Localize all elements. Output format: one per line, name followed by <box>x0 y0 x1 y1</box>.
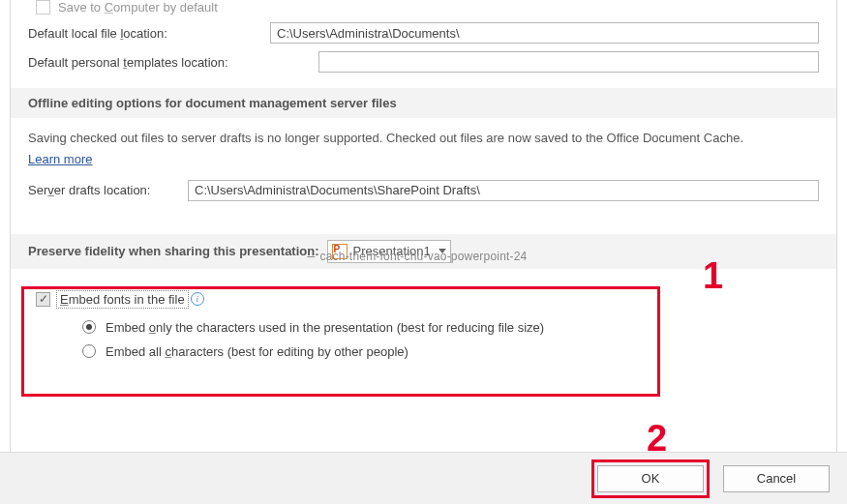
server-drafts-input[interactable] <box>188 180 819 201</box>
ok-button[interactable]: OK <box>597 465 704 492</box>
default-local-input[interactable] <box>270 22 819 44</box>
info-icon[interactable]: i <box>191 292 204 306</box>
server-drafts-label: Server drafts location: <box>28 183 188 197</box>
embed-all-row: Embed all characters (best for editing b… <box>82 344 819 359</box>
powerpoint-file-icon <box>332 244 348 259</box>
embed-fonts-label: Embed fonts in the file <box>58 292 187 307</box>
save-to-computer-label: Save to Computer by default <box>58 0 218 15</box>
annotation-marker-1: 1 <box>703 255 723 297</box>
chevron-down-icon <box>439 249 446 253</box>
embed-fonts-row: Embed fonts in the file i <box>36 292 819 307</box>
offline-body-text: Saving checked out files to server draft… <box>28 130 819 148</box>
annotation-box-2: OK <box>591 460 710 498</box>
embed-only-label: Embed only the characters used in the pr… <box>106 320 544 335</box>
embed-fonts-block: Embed fonts in the file i Embed only the… <box>28 292 819 359</box>
default-templates-row: Default personal templates location: <box>28 51 819 73</box>
embed-only-radio[interactable] <box>82 320 96 334</box>
presentation-dropdown-value: Presentation1 <box>353 244 431 258</box>
presentation-dropdown[interactable]: Presentation1 <box>327 240 451 263</box>
embed-fonts-checkbox[interactable] <box>36 292 50 307</box>
default-local-label: Default local file location: <box>28 26 270 41</box>
cancel-button[interactable]: Cancel <box>723 465 830 492</box>
save-to-computer-checkbox[interactable] <box>36 0 50 15</box>
default-templates-input[interactable] <box>318 51 819 73</box>
preserve-label: Preserve fidelity when sharing this pres… <box>28 244 319 258</box>
embed-options-group: Embed only the characters used in the pr… <box>82 320 819 359</box>
embed-all-radio[interactable] <box>82 344 96 358</box>
embed-only-row: Embed only the characters used in the pr… <box>82 320 819 335</box>
offline-section-header: Offline editing options for document man… <box>11 88 836 118</box>
save-to-computer-row: Save to Computer by default <box>36 0 819 15</box>
options-panel: Save to Computer by default Default loca… <box>10 0 837 452</box>
server-drafts-row: Server drafts location: <box>28 180 819 201</box>
default-templates-label: Default personal templates location: <box>28 55 318 70</box>
dialog-footer: OK Cancel <box>0 452 847 504</box>
default-local-row: Default local file location: <box>28 22 819 44</box>
embed-all-label: Embed all characters (best for editing b… <box>106 344 408 359</box>
learn-more-link[interactable]: Learn more <box>28 152 92 166</box>
